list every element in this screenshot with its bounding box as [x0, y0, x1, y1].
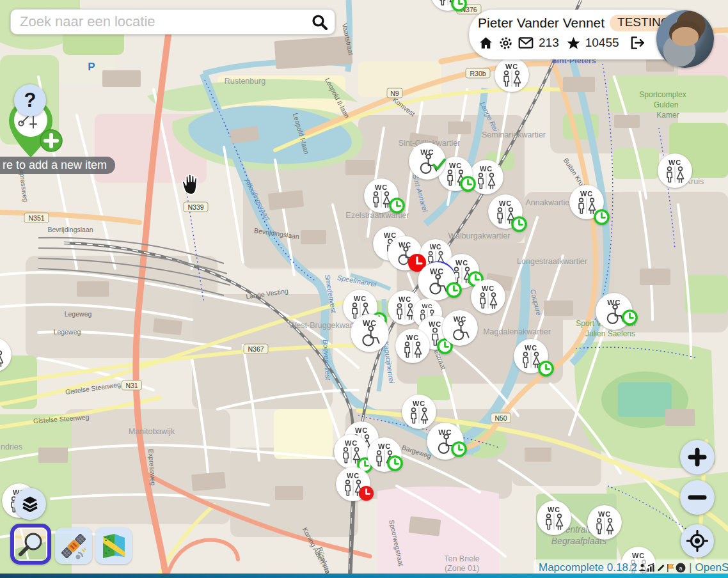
svg-text:WC: WC — [378, 442, 391, 450]
svg-text:a: a — [679, 565, 683, 571]
svg-text:WC: WC — [580, 190, 593, 198]
svg-text:WC: WC — [499, 199, 512, 207]
wc-marker[interactable]: WC — [367, 437, 402, 473]
svg-text:WC: WC — [430, 244, 441, 251]
wc-marker[interactable]: WC — [426, 422, 464, 460]
search-icon[interactable] — [311, 13, 328, 31]
open-hours-badge — [445, 281, 463, 299]
settings-gear-icon[interactable] — [498, 36, 513, 51]
minus-icon — [688, 488, 707, 507]
star-icon — [566, 36, 581, 51]
user-stats-icon[interactable] — [638, 563, 646, 572]
closed-badge — [358, 485, 375, 502]
open-hours-badge — [537, 360, 555, 377]
wc-marker[interactable]: WC — [657, 153, 693, 189]
open-hours-badge — [388, 197, 406, 214]
attribution-separator: | — [689, 561, 692, 574]
plus-icon — [688, 448, 707, 467]
messages-icon[interactable] — [518, 35, 534, 51]
svg-text:WC: WC — [0, 343, 1, 350]
svg-text:WC: WC — [354, 295, 367, 302]
zoom-out-button[interactable] — [680, 480, 715, 515]
wc-marker[interactable]: WC — [417, 262, 457, 301]
open-hours-badge — [459, 175, 477, 192]
wc-marker[interactable]: WC — [494, 57, 530, 93]
svg-text:WC: WC — [406, 334, 419, 341]
chart-icon[interactable] — [647, 563, 656, 572]
mapcomplete-app: Brugge-Sint-PietersRustenburgSint-Gillis… — [0, 0, 728, 578]
wc-marker[interactable]: WC — [536, 500, 572, 536]
svg-text:WC: WC — [505, 63, 518, 70]
poi-markers-layer: WCWCWCWCWCWCWCWCWCWCWCWCWCWCWCWCWCWCWCWC… — [0, 0, 728, 578]
svg-text:WC: WC — [422, 302, 432, 309]
wc-marker[interactable]: WC — [430, 0, 466, 12]
wc-marker[interactable]: WC — [441, 309, 479, 347]
search-input[interactable] — [11, 13, 311, 30]
svg-text:WC: WC — [480, 165, 493, 173]
svg-text:WC: WC — [525, 344, 537, 352]
message-count: 213 — [539, 36, 559, 50]
svg-text:WC: WC — [548, 506, 560, 513]
svg-text:WC: WC — [413, 400, 425, 407]
wc-marker[interactable]: WC — [587, 504, 622, 540]
wc-marker[interactable]: WC — [408, 142, 447, 180]
wc-marker[interactable]: WC — [335, 466, 371, 502]
logout-icon[interactable] — [629, 35, 645, 51]
wc-marker[interactable]: WC — [350, 313, 390, 353]
svg-text:WC: WC — [355, 426, 368, 434]
flag-icon[interactable] — [666, 563, 675, 572]
osm-attribution-link[interactable]: OpenStreetMap — [695, 561, 728, 574]
open-hours-badge — [386, 455, 404, 472]
open-hours-badge — [510, 215, 528, 233]
layers-icon — [19, 493, 41, 515]
app-version[interactable]: Mapcomplete 0.18.2 — [539, 561, 637, 574]
svg-text:WC: WC — [669, 159, 681, 166]
open-hours-badge — [450, 0, 468, 12]
open-hours-badge — [450, 441, 468, 458]
folded-map-icon — [99, 531, 129, 561]
wc-marker[interactable]: WC — [395, 328, 431, 364]
svg-text:WC: WC — [598, 510, 611, 518]
svg-text:WC: WC — [482, 285, 495, 292]
open-hours-badge — [593, 208, 610, 226]
avatar[interactable] — [656, 10, 714, 68]
mastodon-icon[interactable]: a — [676, 563, 686, 573]
bottom-accent-strip — [0, 574, 728, 578]
svg-text:WC: WC — [455, 259, 468, 267]
wc-marker[interactable]: WC — [0, 337, 12, 373]
svg-text:WC: WC — [375, 184, 388, 191]
help-button[interactable]: ? — [14, 84, 46, 116]
home-icon[interactable] — [478, 35, 494, 51]
background-satellite-button[interactable] — [55, 527, 92, 564]
open-hours-badge — [621, 309, 638, 326]
user-name: Pieter Vander Vennet — [478, 15, 605, 31]
geolocate-button[interactable] — [681, 524, 714, 558]
wc-marker[interactable]: WC — [363, 178, 399, 214]
wc-marker[interactable]: WC — [487, 194, 523, 230]
add-item-tooltip: re to add a new item — [0, 157, 115, 174]
search-bar — [10, 9, 335, 35]
svg-text:WC: WC — [345, 439, 358, 447]
avatar-glasses — [674, 33, 696, 40]
background-map-button[interactable] — [95, 527, 132, 564]
background-osm-button[interactable] — [10, 524, 51, 565]
wc-marker[interactable]: WC — [333, 434, 369, 469]
crosshair-icon — [686, 530, 708, 552]
satellite-icon — [59, 531, 88, 561]
changeset-count: 10455 — [585, 36, 619, 50]
svg-text:WC: WC — [429, 320, 441, 328]
wc-marker[interactable]: WC — [595, 292, 633, 331]
svg-text:WC: WC — [347, 472, 360, 480]
svg-text:WC: WC — [399, 295, 411, 303]
svg-text:WC: WC — [632, 552, 645, 559]
checkmark-badge — [431, 157, 447, 173]
wc-marker[interactable]: WC — [513, 338, 549, 374]
layers-button[interactable] — [14, 488, 46, 520]
svg-text:WC: WC — [449, 162, 462, 169]
zoom-in-button[interactable] — [680, 440, 715, 474]
osm-map-magnifier-icon — [14, 527, 47, 561]
edit-pencil-icon[interactable] — [656, 563, 665, 572]
wc-marker[interactable]: WC — [569, 184, 605, 220]
